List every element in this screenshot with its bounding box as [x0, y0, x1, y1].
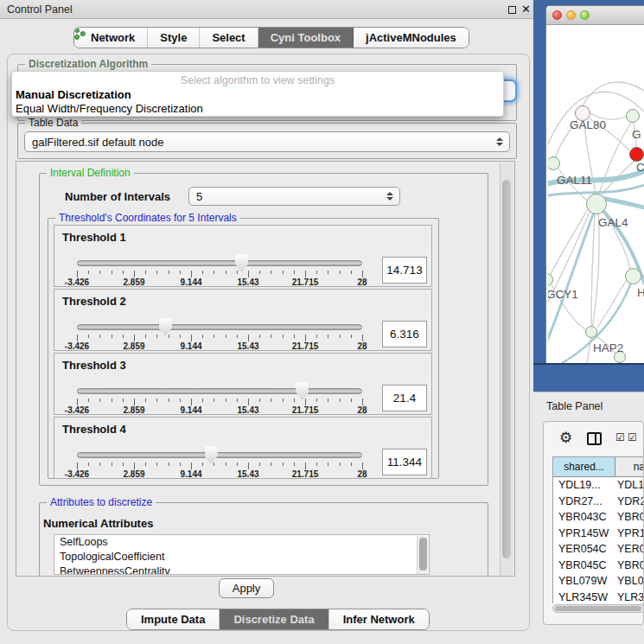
table-panel-title: Table Panel — [546, 400, 603, 412]
slider-thumb[interactable] — [235, 254, 248, 272]
slider[interactable]: -3.4262.8599.14415.4321.71528 — [75, 354, 364, 416]
apply-button[interactable]: Apply — [219, 578, 274, 598]
table-row[interactable]: YER054CYER0 — [553, 541, 644, 558]
tab-jactivemnodules-label: jActiveMNodules — [366, 31, 456, 44]
checkbox-icon[interactable]: ☑ — [615, 432, 625, 443]
number-of-intervals-label: Number of Intervals — [65, 190, 170, 203]
table-row[interactable]: YLR345WYLR3 — [553, 590, 644, 604]
desktop-strip — [533, 363, 644, 392]
group-attributes-title: Attributes to discretize — [47, 496, 156, 508]
dropdown-option-manual[interactable]: Manual Discretization — [16, 88, 131, 101]
tab-discretize-data[interactable]: Discretize Data — [220, 609, 328, 629]
slider-track[interactable] — [77, 452, 362, 458]
cell: YDL1 — [617, 477, 644, 494]
node-table[interactable]: shared... na YDL19...YDL1 YDR27...YDR2 Y… — [552, 456, 644, 603]
spinner-arrows-icon — [386, 192, 393, 201]
cell: YLR3 — [617, 590, 644, 604]
tab-infer-network[interactable]: Infer Network — [329, 609, 429, 629]
dropdown-option-equal-width[interactable]: Equal Width/Frequency Discretization — [16, 102, 203, 115]
close-traffic-light[interactable] — [552, 10, 562, 20]
slider[interactable]: -3.4262.8599.14415.4321.71528 — [75, 418, 364, 480]
slider[interactable]: -3.4262.8599.14415.4321.71528 — [75, 290, 364, 352]
algorithm-dropdown-popup: Select algorithm to view settings Manual… — [11, 71, 504, 117]
list-vertical-scrollbar[interactable] — [417, 536, 428, 575]
scrollbar-thumb[interactable] — [502, 180, 511, 558]
zoom-traffic-light[interactable] — [580, 10, 590, 20]
network-node[interactable] — [586, 194, 607, 214]
group-discretization-algorithm-title: Discretization Algorithm — [25, 58, 151, 70]
slider-track[interactable] — [77, 260, 362, 266]
slider[interactable]: -3.4262.8599.14415.4321.71528 — [75, 226, 364, 288]
slider-thumb[interactable] — [159, 318, 172, 336]
gear-icon[interactable]: ⚙ — [559, 430, 572, 445]
threshold-value-field[interactable]: 11.344 — [382, 449, 427, 475]
attributes-list[interactable]: SelfLoops TopologicalCoefficient Between… — [54, 534, 430, 575]
node-label: H — [637, 286, 644, 299]
threshold-row: Threshold 1 -3.4262.8599.14415.4321.7152… — [54, 225, 432, 287]
tab-impute-data-label: Impute Data — [141, 613, 205, 626]
table-panel-area: Table Panel ⚙ ☑ ☑ shared... na YDL19...Y… — [533, 392, 644, 644]
threshold-value-field[interactable]: 6.316 — [382, 321, 427, 348]
float-window-icon[interactable] — [508, 6, 516, 14]
scrollbar-thumb[interactable] — [555, 606, 641, 611]
network-node[interactable] — [585, 326, 597, 338]
tab-discretize-data-label: Discretize Data — [233, 613, 314, 626]
cell: YPR1 — [617, 526, 644, 542]
tab-cyni-toolbox[interactable]: Cyni Toolbox — [258, 28, 354, 48]
table-row[interactable]: YDR27...YDR2 — [553, 494, 644, 510]
threshold-value-field[interactable]: 21.4 — [382, 385, 427, 411]
slider-thumb[interactable] — [205, 446, 218, 464]
slider-tick-labels: -3.4262.8599.14415.4321.71528 — [77, 341, 362, 352]
tab-select-label: Select — [212, 31, 245, 44]
group-thresholds-title: Threshold's Coordinates for 5 Intervals — [55, 212, 240, 224]
slider-thumb[interactable] — [296, 382, 309, 400]
list-item[interactable]: SelfLoops — [54, 535, 429, 550]
threshold-value-field[interactable]: 14.713 — [382, 257, 427, 284]
network-node[interactable] — [626, 109, 640, 123]
list-item[interactable]: BetweennessCentrality — [54, 564, 429, 575]
list-item[interactable]: TopologicalCoefficient — [54, 550, 429, 564]
number-of-intervals-combobox[interactable]: 5 — [188, 187, 400, 206]
table-row[interactable]: YBR045CYBR0 — [553, 558, 644, 574]
group-interval-definition-title: Interval Definition — [47, 167, 134, 179]
cell: YLR345W — [553, 590, 617, 604]
slider-track[interactable] — [77, 388, 362, 394]
tab-cyni-toolbox-label: Cyni Toolbox — [271, 31, 341, 44]
cell: YBR0 — [617, 509, 644, 526]
cell: YER054C — [553, 541, 617, 558]
tab-style[interactable]: Style — [148, 28, 200, 48]
table-row[interactable]: YBR043CYBR0 — [553, 509, 644, 526]
tab-style-label: Style — [160, 31, 187, 44]
cell: YDL19... — [553, 477, 617, 494]
cell: YBR043C — [553, 509, 617, 526]
column-header-name[interactable]: na — [615, 457, 644, 476]
panel-title: Control Panel — [7, 3, 73, 16]
tab-impute-data[interactable]: Impute Data — [127, 609, 220, 629]
table-row[interactable]: YDL19...YDL1 — [553, 477, 644, 494]
tab-jactivemnodules[interactable]: jActiveMNodules — [354, 28, 469, 48]
tab-network[interactable]: Network — [74, 28, 148, 48]
columns-icon[interactable] — [587, 432, 602, 445]
threshold-row: Threshold 3 -3.4262.8599.14415.4321.7152… — [54, 353, 432, 415]
node-label: GAL80 — [570, 118, 606, 131]
node-label: HAP2 — [593, 341, 623, 354]
table-row[interactable]: YPR145WYPR1 — [553, 526, 644, 542]
table-horizontal-scrollbar[interactable] — [552, 604, 644, 613]
checkbox-icon[interactable]: ☑ — [628, 432, 637, 443]
tab-select[interactable]: Select — [200, 28, 258, 48]
minimize-traffic-light[interactable] — [566, 10, 576, 20]
network-node[interactable] — [629, 147, 644, 162]
column-header-shared[interactable]: shared... — [553, 457, 615, 476]
node-label: G — [632, 128, 641, 141]
cell: YBR045C — [553, 558, 617, 574]
close-icon[interactable]: ✕ — [521, 3, 531, 16]
table-row[interactable]: YBL079WYBL0 — [553, 573, 644, 590]
cell: YPR145W — [553, 526, 617, 542]
settings-vertical-scrollbar[interactable] — [500, 163, 513, 575]
network-node[interactable] — [625, 268, 641, 284]
number-of-intervals-value: 5 — [196, 190, 202, 203]
scrollbar-thumb[interactable] — [419, 538, 427, 571]
slider-track[interactable] — [77, 324, 362, 330]
network-canvas[interactable]: GAL80 G C GAL11 GAL4 GCY1 H HAP2 — [548, 25, 644, 364]
table-data-combobox[interactable]: galFiltered.sif default node — [24, 131, 510, 152]
